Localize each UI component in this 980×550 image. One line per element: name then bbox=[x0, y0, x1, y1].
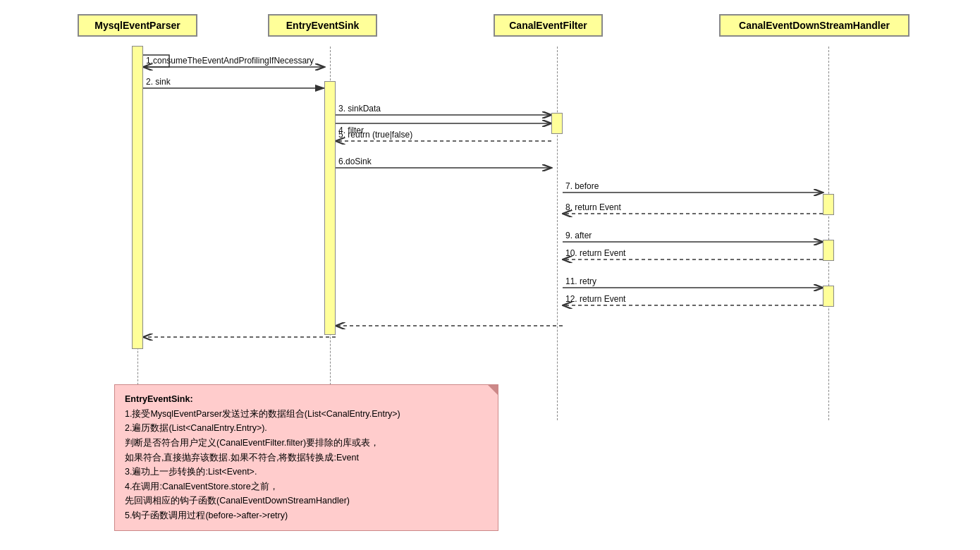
svg-text:6.doSink: 6.doSink bbox=[338, 157, 372, 166]
note-line-4: 如果符合,直接抛弃该数据.如果不符合,将数据转换成:Event bbox=[125, 451, 488, 465]
svg-text:12. return Event: 12. return Event bbox=[565, 294, 626, 304]
svg-text:3. sinkData: 3. sinkData bbox=[338, 104, 381, 114]
activation-mysql-act bbox=[132, 46, 143, 349]
lifeline-line-canal_filter bbox=[557, 47, 558, 420]
activation-entry-act bbox=[324, 81, 336, 335]
activation-canal-handler-act3 bbox=[823, 286, 834, 307]
note-line-7: 先回调相应的钩子函数(CanalEventDownStreamHandler) bbox=[125, 494, 488, 508]
lifeline-box-mysql: MysqlEventParser bbox=[78, 14, 197, 37]
svg-text:8. return Event: 8. return Event bbox=[565, 202, 621, 212]
svg-text:10. return Event: 10. return Event bbox=[565, 248, 626, 258]
svg-text:9. after: 9. after bbox=[565, 231, 592, 240]
lifeline-box-entry: EntryEventSink bbox=[268, 14, 377, 37]
activation-canal-handler-act1 bbox=[823, 194, 834, 215]
activation-canal-filter-act bbox=[551, 113, 563, 134]
svg-text:4. filter: 4. filter bbox=[338, 126, 364, 135]
svg-text:2. sink: 2. sink bbox=[146, 77, 171, 87]
note-line-5: 3.遍功上一步转换的:List<Event>. bbox=[125, 465, 488, 479]
svg-text:7. before: 7. before bbox=[565, 181, 599, 191]
lifeline-box-canal_handler: CanalEventDownStreamHandler bbox=[719, 14, 909, 37]
lifeline-line-canal_handler bbox=[828, 47, 829, 420]
note-line-0: EntryEventSink: bbox=[125, 392, 488, 407]
note-box: EntryEventSink:1.接受MysqlEventParser发送过来的… bbox=[114, 384, 498, 531]
svg-text:5. reutrn (true|false): 5. reutrn (true|false) bbox=[338, 130, 412, 140]
svg-text:11. retry: 11. retry bbox=[565, 276, 596, 286]
note-line-8: 5.钩子函数调用过程(before->after->retry) bbox=[125, 508, 488, 523]
activation-canal-handler-act2 bbox=[823, 240, 834, 261]
note-line-6: 4.在调用:CanalEventStore.store之前， bbox=[125, 479, 488, 494]
note-line-1: 1.接受MysqlEventParser发送过来的数据组合(List<Canal… bbox=[125, 407, 488, 422]
lifeline-box-canal_filter: CanalEventFilter bbox=[494, 14, 603, 37]
sequence-diagram: 1.consumeTheEventAndProfilingIfNecessary… bbox=[0, 0, 980, 550]
svg-text:1.consumeTheEventAndProfilingI: 1.consumeTheEventAndProfilingIfNecessary bbox=[146, 56, 314, 66]
note-line-3: 判断是否符合用户定义(CanalEventFilter.filter)要排除的库… bbox=[125, 436, 488, 451]
note-line-2: 2.遍历数据(List<CanalEntry.Entry>). bbox=[125, 421, 488, 436]
